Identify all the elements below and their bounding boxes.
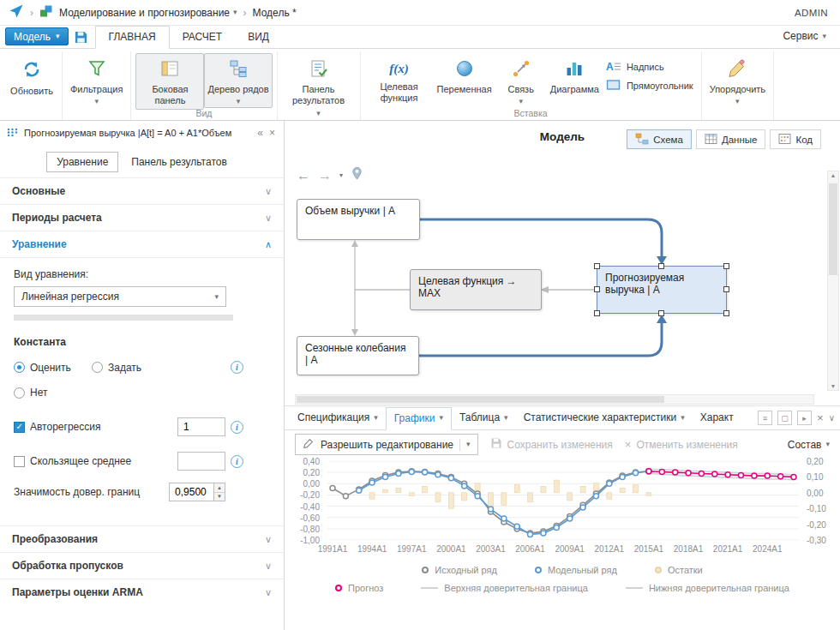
selection-handle[interactable] [594, 310, 600, 316]
results-panel-button[interactable]: Панель результатов ▾ [282, 53, 356, 120]
radio-set[interactable] [92, 362, 103, 373]
spin-up-icon[interactable]: ▲ [214, 483, 225, 492]
legend-item[interactable]: Остатки [655, 565, 703, 575]
view-data-button[interactable]: Данные [696, 129, 766, 149]
card-view-icon[interactable]: ▢ [777, 411, 792, 425]
cancel-changes-button[interactable]: × Отменить изменения [625, 438, 738, 451]
legend-item[interactable]: Верхняя доверительная граница [421, 583, 588, 593]
tab-specification[interactable]: Спецификация▾ [290, 407, 386, 429]
node-objective-function[interactable]: Целевая функция → MAX [410, 269, 542, 310]
dots-grid-icon[interactable] [7, 128, 18, 138]
table-icon [705, 133, 717, 147]
selection-handle[interactable] [594, 286, 600, 292]
service-menu[interactable]: Сервис▾ [783, 30, 826, 48]
node-volume[interactable]: Объем выручки | А [297, 199, 420, 240]
legend-item[interactable]: Исходный ряд [422, 565, 497, 575]
section-gaps[interactable]: Обработка пропусков ∨ [0, 552, 284, 579]
chevron-down-icon[interactable]: ▾ [339, 172, 343, 179]
text-label-button[interactable]: A Надпись [606, 60, 693, 74]
tab-home[interactable]: ГЛАВНАЯ [95, 26, 170, 49]
variable-button[interactable]: Переменная [434, 53, 495, 98]
equation-kind-select[interactable]: Линейная регрессия ▾ [14, 286, 226, 307]
collapse-panel-icon[interactable]: ∨ [829, 413, 835, 423]
enable-editing-button[interactable]: Разрешить редактирование ▾ [295, 434, 478, 455]
autoregression-input[interactable] [177, 417, 225, 436]
current-user[interactable]: ADMIN [795, 8, 828, 18]
tab-characteristics[interactable]: Характ [693, 407, 741, 429]
panel-scrollbar[interactable] [14, 315, 233, 321]
filter-button[interactable]: Фильтрация ▾ [67, 53, 126, 108]
significance-input[interactable] [169, 483, 213, 501]
moving-average-checkbox[interactable] [14, 456, 25, 467]
link-button[interactable]: Связь ▾ [495, 53, 547, 108]
save-button[interactable] [74, 30, 88, 45]
ribbon: Обновить Фильтрация ▾ Боковая панель Дер… [0, 50, 840, 121]
tab-charts[interactable]: Графики▾ [386, 407, 452, 430]
node-seasonal[interactable]: Сезонные колебания | А [297, 336, 419, 375]
selection-handle[interactable] [658, 263, 664, 269]
selection-handle[interactable] [723, 286, 729, 292]
y-axis-left-tick: 0,40 [303, 457, 320, 466]
refresh-button[interactable]: Обновить [6, 53, 57, 99]
legend-item[interactable]: Модельный ряд [535, 565, 617, 575]
tab-calculation[interactable]: РАСЧЕТ [170, 27, 236, 48]
composition-button[interactable]: Состав ▾ [788, 439, 830, 451]
rectangle-label: Прямоугольник [627, 81, 693, 91]
y-axis-left-tick: -1,00 [300, 536, 320, 545]
section-periods[interactable]: Периоды расчета ∨ [0, 204, 284, 231]
forward-icon[interactable]: → [318, 168, 332, 183]
breadcrumb-app-menu[interactable]: Моделирование и прогнозирование▾ [59, 7, 237, 19]
list-view-icon[interactable]: ≡ [758, 411, 772, 425]
node-forecast[interactable]: Прогнозируемая выручка | А [597, 266, 727, 314]
tab-table[interactable]: Таблица▾ [452, 407, 516, 429]
section-transforms[interactable]: Преобразования ∨ [0, 525, 284, 552]
legend-item[interactable]: Нижняя доверительная граница [626, 583, 789, 593]
selection-handle[interactable] [723, 310, 729, 316]
horizontal-scrollbar[interactable] [295, 394, 814, 405]
legend-item[interactable]: Прогноз [335, 583, 383, 593]
tab-results-panel[interactable]: Панель результатов [121, 152, 237, 172]
autoregression-checkbox[interactable] [14, 422, 25, 433]
tab-view[interactable]: ВИД [235, 27, 282, 48]
radio-set-label: Задать [108, 362, 141, 374]
pin-icon[interactable] [351, 166, 363, 184]
info-icon[interactable]: i [231, 455, 243, 468]
moving-average-input[interactable] [177, 452, 225, 471]
save-changes-button[interactable]: Сохранить изменения [490, 437, 613, 452]
radio-estimate[interactable] [14, 362, 25, 373]
chevron-down-icon: ▾ [374, 414, 378, 422]
model-menu-button[interactable]: Модель▾ [5, 27, 69, 45]
chart-plot-area[interactable] [327, 461, 799, 540]
selection-handle[interactable] [594, 263, 600, 269]
selection-handle[interactable] [658, 310, 664, 316]
back-icon[interactable]: ← [297, 168, 310, 183]
link-label: Связь [507, 84, 533, 95]
chevron-down-icon: ∨ [265, 186, 272, 197]
tab-equation[interactable]: Уравнение [46, 152, 118, 172]
radio-none[interactable] [14, 387, 25, 399]
section-basic[interactable]: Основные ∨ [0, 177, 284, 204]
view-schema-button[interactable]: Схема [627, 129, 692, 149]
scroll-right-icon[interactable]: ▸ [797, 411, 812, 425]
info-icon[interactable]: i [231, 361, 243, 374]
y-axis-left-tick: -0,40 [300, 501, 320, 511]
tab-statistics[interactable]: Статистические характеристики▾ [516, 407, 693, 429]
app-logo-icon[interactable] [9, 3, 24, 21]
side-panel-toggle[interactable]: Боковая панель [135, 53, 204, 110]
spin-down-icon[interactable]: ▼ [214, 492, 225, 501]
objective-function-button[interactable]: f(x) Целевая функция [365, 53, 434, 106]
scrollbar-thumb[interactable] [297, 396, 664, 403]
info-icon[interactable]: i [231, 421, 243, 434]
x-axis-tick: 2018A1 [674, 544, 703, 554]
close-panel-icon[interactable]: × [817, 411, 824, 424]
view-code-button[interactable]: Код [770, 129, 821, 149]
close-panel-icon[interactable]: × [269, 127, 275, 139]
rectangle-button[interactable]: Прямоугольник [606, 79, 693, 93]
arrange-button[interactable]: Упорядочить ▾ [706, 53, 769, 108]
model-diagram-canvas[interactable]: ← → ▾ Объем выручки | А Целевая функция … [285, 159, 840, 405]
section-equation[interactable]: Уравнение ∧ [0, 231, 284, 258]
series-tree-toggle[interactable]: Дерево рядов ▾ [204, 53, 272, 108]
diagram-button[interactable]: Диаграмма [547, 53, 603, 98]
section-arma[interactable]: Параметры оценки ARMA ∨ [0, 579, 284, 605]
collapse-panel-icon[interactable]: « [257, 127, 263, 139]
